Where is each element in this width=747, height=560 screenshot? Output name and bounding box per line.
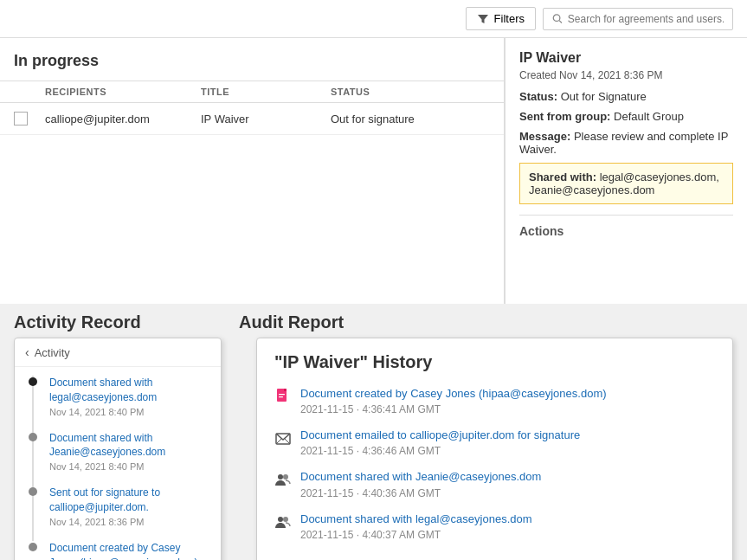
actions-title: Actions [519, 224, 733, 238]
audit-icon-wrap [274, 429, 292, 447]
audit-item-date: 2021-11-15 · 4:40:36 AM GMT [300, 487, 541, 499]
audit-item: Document shared with legal@caseyjones.do… [274, 512, 715, 541]
activity-header-label: Activity [35, 346, 70, 359]
status-label: Status: [519, 90, 557, 103]
detail-message-row: Message: Please review and complete IP W… [519, 130, 733, 156]
activity-dot [29, 487, 37, 496]
bottom-panels: ‹ Activity Document shared with legal@ca… [14, 338, 733, 560]
left-panel: In progress RECIPIENTS TITLE STATUS call… [0, 38, 505, 304]
audit-item-text: Document shared with legal@caseyjones.do… [300, 512, 532, 527]
svg-line-1 [559, 21, 562, 23]
svg-rect-5 [279, 396, 283, 397]
audit-panel: "IP Waiver" History Document created by … [256, 338, 733, 560]
right-panel: IP Waiver Created Nov 14, 2021 8:36 PM S… [505, 38, 747, 304]
activity-item-text: Sent out for signature to calliope@jupit… [49, 486, 210, 515]
col-recipients-header: RECIPIENTS [45, 87, 201, 97]
users-icon [274, 471, 292, 488]
audit-item-text: Document emailed to calliope@jupiter.dom… [300, 428, 580, 443]
audit-title: "IP Waiver" History [274, 352, 715, 372]
table-header: RECIPIENTS TITLE STATUS [0, 80, 504, 103]
shared-label: Shared with: [529, 171, 596, 183]
search-icon [552, 13, 563, 24]
activity-header[interactable]: ‹ Activity [15, 338, 221, 367]
svg-point-9 [278, 517, 283, 522]
audit-item-date: 2021-11-15 · 4:40:37 AM GMT [300, 529, 532, 541]
col-status-header: STATUS [331, 87, 469, 97]
section-title: In progress [0, 52, 504, 80]
audit-item-text: Document created by Casey Jones (hipaa@c… [300, 386, 607, 402]
audit-section-label: Audit Report [239, 312, 733, 332]
filter-label: Filters [494, 12, 525, 25]
filter-icon [477, 13, 489, 25]
cell-status: Out for signature [331, 113, 469, 126]
detail-group-row: Sent from group: Default Group [519, 110, 733, 123]
activity-item-text: Document shared with legal@caseyjones.do… [49, 376, 210, 405]
top-bar: Filters [0, 0, 747, 38]
activity-list: Document shared with legal@caseyjones.do… [15, 367, 221, 560]
detail-created: Created Nov 14, 2021 8:36 PM [519, 69, 733, 81]
svg-point-10 [283, 517, 288, 522]
activity-dot [29, 433, 37, 441]
activity-item: Document shared with legal@caseyjones.do… [32, 376, 210, 431]
group-label: Sent from group: [519, 110, 610, 123]
col-checkbox-header [14, 87, 45, 97]
audit-item-date: 2021-11-15 · 4:36:46 AM GMT [300, 445, 580, 457]
svg-point-0 [553, 15, 560, 22]
doc-icon [274, 388, 292, 405]
bottom-wrapper: Activity Record Audit Report ‹ Activity … [0, 304, 747, 560]
audit-list: Document created by Casey Jones (hipaa@c… [274, 386, 715, 541]
audit-icon-wrap [274, 388, 292, 405]
audit-item: Document shared with Jeanie@caseyjones.d… [274, 469, 715, 499]
status-value: Out for Signature [561, 90, 647, 103]
activity-dot [29, 543, 37, 551]
shared-with-box: Shared with: legal@caseyjones.dom, Jeani… [519, 163, 733, 204]
detail-status-row: Status: Out for Signature [519, 90, 733, 103]
audit-item: Document emailed to calliope@jupiter.dom… [274, 428, 715, 457]
email-icon [274, 429, 292, 447]
svg-rect-4 [279, 394, 285, 395]
audit-icon-wrap [274, 471, 292, 488]
activity-item-date: Nov 14, 2021 8:40 PM [49, 461, 210, 472]
cell-recipient: calliope@jupiter.dom [45, 113, 201, 126]
chevron-left-icon: ‹ [25, 345, 29, 359]
row-checkbox[interactable] [14, 112, 28, 126]
search-input[interactable] [568, 13, 724, 25]
svg-rect-3 [284, 389, 287, 391]
activity-item-text: Document shared with Jeanie@caseyjones.d… [49, 431, 210, 460]
main-layout: In progress RECIPIENTS TITLE STATUS call… [0, 38, 747, 304]
activity-panel: ‹ Activity Document shared with legal@ca… [14, 338, 222, 560]
activity-item: Document shared with Jeanie@caseyjones.d… [32, 431, 210, 486]
filter-button[interactable]: Filters [466, 7, 536, 30]
detail-title: IP Waiver [519, 50, 733, 66]
users-icon [274, 513, 292, 531]
activity-dot [29, 377, 37, 386]
audit-icon-wrap [274, 513, 292, 531]
audit-item-text: Document shared with Jeanie@caseyjones.d… [300, 469, 541, 485]
svg-point-8 [283, 474, 288, 480]
activity-item: Document created by Casey Jones (hipaa@c… [32, 541, 210, 560]
audit-item: Document created by Casey Jones (hipaa@c… [274, 386, 715, 415]
bottom-labels: Activity Record Audit Report [14, 312, 733, 332]
audit-item-date: 2021-11-15 · 4:36:41 AM GMT [300, 403, 607, 415]
activity-item-text: Document created by Casey Jones (hipaa@c… [49, 541, 210, 560]
group-value: Default Group [614, 110, 684, 123]
activity-item: Sent out for signature to calliope@jupit… [32, 486, 210, 541]
activity-section-label: Activity Record [14, 312, 222, 332]
col-title-header: TITLE [201, 87, 331, 97]
svg-point-7 [278, 474, 283, 480]
message-label: Message: [519, 130, 570, 143]
actions-section: Actions [519, 215, 733, 238]
cell-title: IP Waiver [201, 113, 331, 126]
search-box[interactable] [543, 8, 733, 30]
activity-item-date: Nov 14, 2021 8:36 PM [49, 517, 210, 527]
table-row: calliope@jupiter.dom IP Waiver Out for s… [0, 103, 504, 135]
activity-item-date: Nov 14, 2021 8:40 PM [49, 407, 210, 417]
